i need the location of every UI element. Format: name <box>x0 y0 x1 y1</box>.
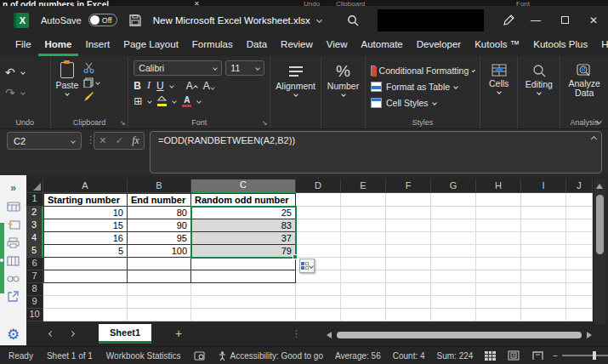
cell-A2[interactable]: 10 <box>43 207 128 219</box>
name-box-dropdown-icon[interactable] <box>71 139 76 144</box>
kutools-formula-pane-icon[interactable] <box>7 219 20 230</box>
name-box[interactable]: C2 <box>7 132 82 150</box>
zoom-slider[interactable] <box>562 355 608 356</box>
cell-B10[interactable] <box>128 309 191 321</box>
cell-E7[interactable] <box>341 270 386 283</box>
font-name-select[interactable]: Calibri <box>134 60 222 76</box>
cell-I6[interactable] <box>521 258 566 270</box>
cell-J10[interactable] <box>566 309 593 321</box>
kutools-columns-icon[interactable] <box>7 256 20 266</box>
formula-input[interactable]: =ODD(RANDBETWEEN(A2,B2)) <box>150 131 602 173</box>
workbook-statistics-button[interactable]: Workbook Statistics <box>106 351 181 361</box>
cell-G2[interactable] <box>431 207 476 219</box>
cell-D1[interactable] <box>296 193 341 207</box>
cell-I3[interactable] <box>521 219 566 232</box>
cell-B2[interactable]: 80 <box>128 207 191 219</box>
zoom-out-button[interactable]: − <box>553 351 558 361</box>
fill-color-button[interactable] <box>157 96 167 106</box>
cell-B4[interactable]: 95 <box>128 232 191 245</box>
cell-F7[interactable] <box>386 270 431 283</box>
column-header-j[interactable]: J <box>566 179 593 193</box>
cell-H9[interactable] <box>476 296 521 309</box>
cell-F5[interactable] <box>386 245 431 258</box>
analyze-data-button[interactable]: Analyze Data <box>565 60 603 98</box>
row-header-6[interactable]: 6 <box>26 258 43 270</box>
save-icon[interactable] <box>129 14 141 26</box>
cell-D10[interactable] <box>296 309 341 321</box>
menu-tab-view[interactable]: View <box>320 34 355 56</box>
cell-J6[interactable] <box>566 258 593 270</box>
editing-button[interactable]: Editing <box>523 60 554 94</box>
menu-tab-file[interactable]: File <box>9 34 38 56</box>
cell-D3[interactable] <box>296 219 341 232</box>
cell-G4[interactable] <box>431 232 476 245</box>
cell-A6[interactable] <box>43 258 128 270</box>
cell-G8[interactable] <box>431 283 476 296</box>
decrease-font-button[interactable]: A <box>203 80 214 92</box>
cell-H1[interactable] <box>476 193 521 207</box>
menu-tab-automate[interactable]: Automate <box>355 34 410 56</box>
cell-E5[interactable] <box>341 245 386 258</box>
italic-button[interactable]: I <box>147 79 151 92</box>
cell-B5[interactable]: 100 <box>128 245 191 258</box>
menu-tab-kutools[interactable]: Kutools ™ <box>468 34 526 56</box>
format-painter-button[interactable] <box>83 92 99 102</box>
column-header-c[interactable]: C <box>191 179 296 193</box>
cell-E8[interactable] <box>341 283 386 296</box>
row-header-2[interactable]: 2 <box>26 207 43 219</box>
cell-D2[interactable] <box>296 207 341 219</box>
scroll-left-icon[interactable] <box>327 332 332 338</box>
vertical-scrollbar[interactable] <box>593 179 605 324</box>
row-header-4[interactable]: 4 <box>26 232 43 245</box>
conditional-formatting-button[interactable]: Conditional Formatting <box>371 62 474 78</box>
cell-F3[interactable] <box>386 219 431 232</box>
column-header-g[interactable]: G <box>431 179 476 193</box>
cell-E6[interactable] <box>341 258 386 270</box>
menu-tab-home[interactable]: Home <box>38 34 79 56</box>
paste-button[interactable]: Paste <box>56 60 79 102</box>
menu-tab-insert[interactable]: Insert <box>78 34 116 56</box>
cell-C6[interactable] <box>191 258 296 270</box>
cell-I1[interactable] <box>521 193 566 207</box>
cell-F2[interactable] <box>386 207 431 219</box>
cell-J4[interactable] <box>566 232 593 245</box>
cell-D5[interactable] <box>296 245 341 258</box>
accessibility-status[interactable]: Accessibility: Good to go <box>219 351 323 361</box>
close-button[interactable]: ✕ <box>579 8 608 33</box>
cell-F1[interactable] <box>386 193 431 207</box>
kutools-print-icon[interactable] <box>7 237 20 248</box>
copy-button[interactable] <box>83 77 99 88</box>
cell-F4[interactable] <box>386 232 431 245</box>
cell-A5[interactable]: 5 <box>43 245 128 258</box>
cell-B7[interactable] <box>128 270 191 283</box>
minimize-button[interactable]: — <box>521 8 550 33</box>
cell-C1[interactable]: Random odd number <box>191 193 296 207</box>
tab-splitter-grip[interactable]: ⋮ <box>292 328 301 339</box>
cell-C8[interactable] <box>191 283 296 296</box>
cell-I8[interactable] <box>521 283 566 296</box>
cell-C4[interactable]: 37 <box>191 232 296 245</box>
cell-B6[interactable] <box>128 258 191 270</box>
cell-F8[interactable] <box>386 283 431 296</box>
cell-J1[interactable] <box>566 193 593 207</box>
horizontal-scrollbar[interactable] <box>327 329 604 340</box>
cell-E9[interactable] <box>341 296 386 309</box>
cell-F10[interactable] <box>386 309 431 321</box>
column-header-f[interactable]: F <box>386 179 431 193</box>
column-header-i[interactable]: I <box>521 179 566 193</box>
cell-A1[interactable]: Starting number <box>43 193 128 207</box>
cell-J5[interactable] <box>566 245 593 258</box>
cell-A9[interactable] <box>43 296 128 309</box>
cell-F6[interactable] <box>386 258 431 270</box>
search-icon[interactable] <box>340 9 366 32</box>
cell-H5[interactable] <box>476 245 521 258</box>
cell-I4[interactable] <box>521 232 566 245</box>
cell-F9[interactable] <box>386 296 431 309</box>
row-header-3[interactable]: 3 <box>26 219 43 232</box>
cell-G10[interactable] <box>431 309 476 321</box>
cell-C3[interactable]: 83 <box>191 219 296 232</box>
page-break-view-icon[interactable] <box>531 350 544 361</box>
cell-H2[interactable] <box>476 207 521 219</box>
cell-H7[interactable] <box>476 270 521 283</box>
clipboard-dialog-launcher-icon[interactable]: ↘ <box>120 119 126 127</box>
